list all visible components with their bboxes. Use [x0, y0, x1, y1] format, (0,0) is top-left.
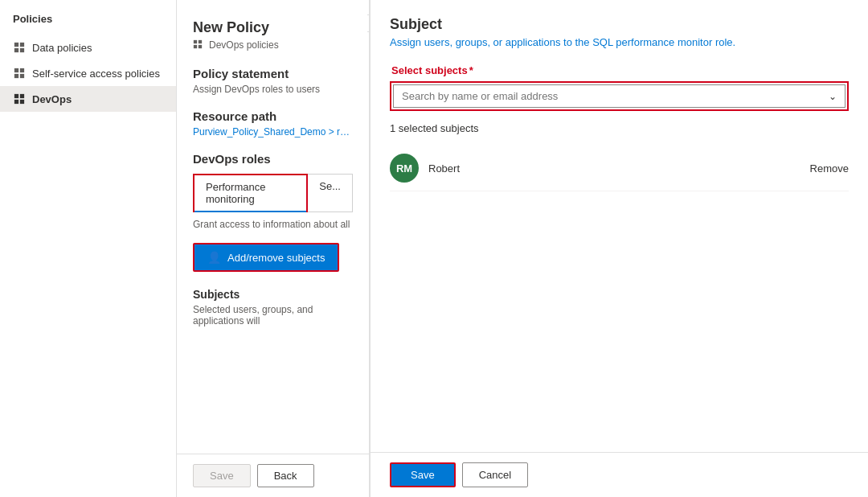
selected-count: 1 selected subjects	[390, 122, 849, 134]
svg-rect-11	[20, 100, 24, 104]
subject-name: Robert	[428, 162, 800, 175]
avatar: RM	[390, 154, 419, 183]
svg-rect-5	[20, 68, 24, 72]
policy-statement-desc: Assign DevOps roles to users	[193, 84, 353, 95]
grid-icon	[13, 92, 26, 105]
subject-panel: Subject Assign users, groups, or applica…	[370, 0, 868, 497]
main-save-button: Save	[193, 464, 251, 487]
role-description: Grant access to information about all	[193, 219, 353, 230]
svg-rect-0	[14, 43, 18, 47]
subjects-desc: Selected users, groups, and applications…	[193, 304, 353, 327]
main-bottom-actions: Save Back	[177, 454, 369, 497]
sidebar-item-label: Self-service access policies	[32, 68, 160, 80]
svg-rect-7	[20, 74, 24, 78]
grid-icon	[13, 67, 26, 80]
sidebar: Policies Data policies Self-service acce…	[0, 0, 177, 497]
svg-rect-13	[199, 40, 202, 43]
svg-rect-8	[14, 94, 18, 98]
add-remove-subjects-button[interactable]: 👤 Add/remove subjects	[193, 243, 339, 272]
svg-rect-15	[199, 45, 202, 48]
sidebar-item-self-service[interactable]: Self-service access policies	[0, 60, 176, 86]
select-subjects-label: Select subjects*	[390, 64, 849, 76]
sidebar-item-label: Data policies	[32, 42, 92, 54]
panel-cancel-button[interactable]: Cancel	[462, 462, 528, 487]
tab-performance-monitoring[interactable]: Performance monitoring	[193, 174, 308, 212]
breadcrumb-icon	[193, 39, 204, 51]
svg-rect-14	[194, 45, 197, 48]
devops-roles-title: DevOps roles	[193, 152, 353, 166]
sidebar-item-label: DevOps	[32, 93, 72, 105]
resource-path-value: Purview_Policy_Shared_Demo > rele	[193, 126, 353, 138]
svg-rect-1	[20, 43, 24, 47]
tab-second[interactable]: Se...	[308, 174, 353, 212]
search-input[interactable]	[402, 90, 829, 102]
new-policy-title: New Policy	[193, 19, 353, 36]
subjects-title: Subjects	[193, 288, 353, 301]
roles-tabs: Performance monitoring Se...	[193, 174, 353, 212]
breadcrumb: DevOps policies	[193, 39, 353, 51]
search-box: ⌄	[393, 84, 845, 108]
svg-rect-12	[194, 40, 197, 43]
svg-rect-2	[14, 48, 18, 52]
search-box-wrapper: ⌄	[390, 81, 849, 111]
sidebar-item-devops[interactable]: DevOps	[0, 86, 176, 112]
panel-save-button[interactable]: Save	[390, 462, 456, 487]
sidebar-item-data-policies[interactable]: Data policies	[0, 35, 176, 60]
svg-rect-4	[14, 68, 18, 72]
person-icon: 👤	[207, 251, 221, 264]
sidebar-header: Policies	[0, 6, 176, 35]
main-content: « New Policy DevOps policies Policy stat…	[177, 0, 370, 497]
resource-path-title: Resource path	[193, 109, 353, 123]
svg-rect-3	[20, 48, 24, 52]
svg-rect-6	[14, 74, 18, 78]
subject-row: RM Robert Remove	[390, 146, 849, 191]
chevron-down-icon[interactable]: ⌄	[829, 91, 837, 102]
panel-title: Subject	[390, 16, 849, 33]
svg-rect-9	[20, 94, 24, 98]
grid-icon	[13, 41, 26, 54]
remove-button[interactable]: Remove	[810, 162, 849, 175]
policy-statement-title: Policy statement	[193, 67, 353, 80]
svg-rect-10	[14, 100, 18, 104]
add-remove-label: Add/remove subjects	[227, 252, 325, 264]
panel-bottom-actions: Save Cancel	[371, 452, 868, 497]
breadcrumb-label: DevOps policies	[209, 39, 279, 51]
panel-subtitle: Assign users, groups, or applications to…	[390, 36, 849, 48]
back-button[interactable]: Back	[257, 464, 314, 487]
